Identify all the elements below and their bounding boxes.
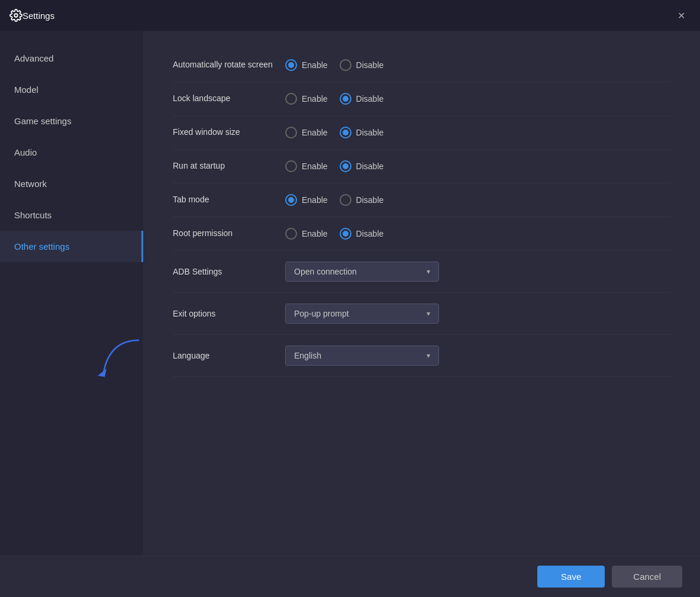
radio-inner-lock-landscape-disable (343, 96, 349, 102)
radio-inner-tab-mode-enable (288, 197, 294, 203)
radio-outer-run-at-startup-disable (340, 160, 351, 172)
radio-label-auto-rotate-enable: Enable (302, 60, 328, 70)
radio-outer-root-permission-disable (340, 228, 351, 240)
radio-run-at-startup-enable[interactable]: Enable (285, 160, 328, 172)
radio-outer-fixed-window-disable (340, 127, 351, 138)
sidebar: Advanced Model Game settings Audio Netwo… (0, 31, 143, 556)
radio-outer-fixed-window-enable (285, 127, 297, 138)
cancel-button[interactable]: Cancel (612, 566, 682, 588)
radio-outer-lock-landscape-enable (285, 93, 297, 105)
radio-inner-root-permission-disable (343, 231, 349, 237)
label-tab-mode: Tab mode (173, 194, 285, 206)
radio-label-tab-mode-enable: Enable (302, 195, 328, 205)
label-adb-settings: ADB Settings (173, 267, 285, 276)
setting-auto-rotate: Automatically rotate screen Enable Disab… (173, 49, 670, 82)
dropdown-row-adb: ADB Settings Open connection ▾ (173, 251, 670, 293)
radio-group-lock-landscape: Enable Disable (285, 93, 383, 105)
radio-inner-run-at-startup-disable (343, 163, 349, 169)
radio-root-permission-enable[interactable]: Enable (285, 228, 328, 240)
radio-outer-tab-mode-enable (285, 194, 297, 206)
title-bar: Settings ✕ (0, 0, 700, 31)
radio-label-run-at-startup-enable: Enable (302, 162, 328, 171)
sidebar-item-advanced[interactable]: Advanced (0, 43, 143, 74)
sidebar-item-model[interactable]: Model (0, 74, 143, 105)
dropdown-exit-options[interactable]: Pop-up prompt ▾ (285, 304, 439, 324)
radio-tab-mode-disable[interactable]: Disable (340, 194, 384, 206)
dropdown-exit-value: Pop-up prompt (294, 309, 349, 318)
radio-label-fixed-window-enable: Enable (302, 128, 328, 137)
settings-panel: Automatically rotate screen Enable Disab… (143, 31, 700, 556)
sidebar-item-audio[interactable]: Audio (0, 137, 143, 168)
setting-lock-landscape: Lock landscape Enable Disable (173, 82, 670, 116)
chevron-down-icon: ▾ (427, 267, 430, 276)
dropdown-language[interactable]: English ▾ (285, 346, 439, 366)
radio-fixed-window-enable[interactable]: Enable (285, 127, 328, 138)
radio-label-lock-landscape-enable: Enable (302, 94, 328, 104)
radio-auto-rotate-enable[interactable]: Enable (285, 59, 328, 71)
label-fixed-window: Fixed window size (173, 127, 285, 138)
radio-auto-rotate-disable[interactable]: Disable (340, 59, 384, 71)
gear-icon (9, 9, 22, 22)
sidebar-item-shortcuts[interactable]: Shortcuts (0, 199, 143, 231)
radio-label-root-permission-disable: Disable (356, 229, 384, 238)
radio-lock-landscape-enable[interactable]: Enable (285, 93, 328, 105)
setting-run-at-startup: Run at startup Enable Disable (173, 150, 670, 183)
setting-fixed-window: Fixed window size Enable Disable (173, 116, 670, 150)
dropdown-language-value: English (294, 351, 321, 360)
label-lock-landscape: Lock landscape (173, 93, 285, 105)
label-exit-options: Exit options (173, 309, 285, 318)
radio-inner-auto-rotate-enable (288, 62, 294, 68)
label-run-at-startup: Run at startup (173, 160, 285, 172)
radio-outer-tab-mode-disable (340, 194, 351, 206)
radio-label-lock-landscape-disable: Disable (356, 94, 384, 104)
radio-label-tab-mode-disable: Disable (356, 195, 384, 205)
setting-tab-mode: Tab mode Enable Disable (173, 183, 670, 217)
radio-tab-mode-enable[interactable]: Enable (285, 194, 328, 206)
save-button[interactable]: Save (537, 566, 605, 588)
sidebar-item-network[interactable]: Network (0, 168, 143, 199)
radio-label-run-at-startup-disable: Disable (356, 162, 384, 171)
radio-fixed-window-disable[interactable]: Disable (340, 127, 384, 138)
main-content: Advanced Model Game settings Audio Netwo… (0, 31, 700, 556)
radio-outer-auto-rotate-disable (340, 59, 351, 71)
radio-label-fixed-window-disable: Disable (356, 128, 384, 137)
setting-root-permission: Root permission Enable Disable (173, 217, 670, 251)
dropdown-row-language: Language English ▾ (173, 335, 670, 377)
radio-group-root-permission: Enable Disable (285, 228, 383, 240)
sidebar-item-game-settings[interactable]: Game settings (0, 105, 143, 137)
label-root-permission: Root permission (173, 228, 285, 240)
chevron-down-icon-exit: ▾ (427, 309, 430, 318)
dropdown-row-exit: Exit options Pop-up prompt ▾ (173, 293, 670, 335)
radio-group-auto-rotate: Enable Disable (285, 59, 383, 71)
radio-outer-root-permission-enable (285, 228, 297, 240)
radio-group-tab-mode: Enable Disable (285, 194, 383, 206)
svg-point-0 (14, 14, 18, 17)
radio-root-permission-disable[interactable]: Disable (340, 228, 384, 240)
radio-inner-fixed-window-disable (343, 130, 349, 135)
radio-group-run-at-startup: Enable Disable (285, 160, 383, 172)
radio-group-fixed-window: Enable Disable (285, 127, 383, 138)
radio-label-auto-rotate-disable: Disable (356, 60, 384, 70)
footer: Save Cancel (0, 556, 700, 597)
radio-label-root-permission-enable: Enable (302, 229, 328, 238)
sidebar-item-other-settings[interactable]: Other settings (0, 231, 143, 262)
dialog-title: Settings (22, 11, 672, 21)
settings-dialog: Settings ✕ Advanced Model Game settings … (0, 0, 700, 597)
label-auto-rotate: Automatically rotate screen (173, 59, 285, 71)
close-button[interactable]: ✕ (672, 6, 691, 25)
radio-outer-run-at-startup-enable (285, 160, 297, 172)
dropdown-adb-value: Open connection (294, 267, 357, 276)
radio-outer-auto-rotate-enable (285, 59, 297, 71)
chevron-down-icon-language: ▾ (427, 351, 430, 360)
radio-run-at-startup-disable[interactable]: Disable (340, 160, 384, 172)
radio-lock-landscape-disable[interactable]: Disable (340, 93, 384, 105)
dropdown-adb-settings[interactable]: Open connection ▾ (285, 262, 439, 282)
radio-outer-lock-landscape-disable (340, 93, 351, 105)
label-language: Language (173, 351, 285, 360)
